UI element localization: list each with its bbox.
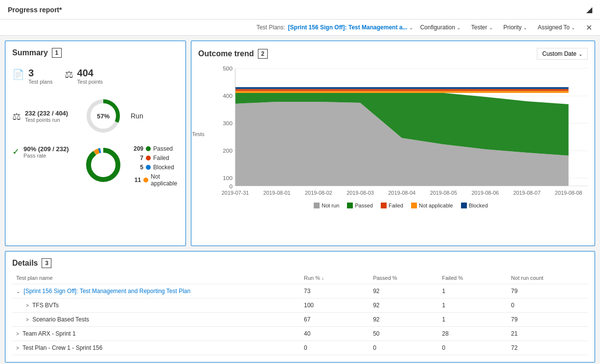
col-header-notrun: Not run count [507,272,588,284]
details-panel: Details 3 Test plan name Run % ↓ Passed … [5,251,595,363]
svg-text:500: 500 [223,66,232,71]
legend-chart-failed: Failed [381,203,403,208]
svg-text:2019-08-03: 2019-08-03 [346,190,374,196]
legend-not-run: Not run [314,203,339,208]
row-name-link[interactable]: [Sprint 156 Sign Off]: Test Management a… [23,288,190,295]
stats-row-3: ✓ 90% (209 / 232) Pass rate [12,145,179,187]
configuration-chevron: ⌄ [457,25,461,30]
col-header-failed: Failed % [438,272,507,284]
pass-rate-icon: ✓ [12,146,20,157]
details-table: Test plan name Run % ↓ Passed % Failed %… [12,272,588,355]
main-content: Summary 1 📄 3 Test plans ⚖ 404 Test poin… [0,36,600,364]
test-points-icon: ⚖ [65,68,73,80]
expand-icon[interactable]: ⌄ [16,289,20,294]
table-row: > Test Plan - Crew 1 - Sprint 156 0 0 0 … [12,341,588,355]
test-plans-count: 3 [28,68,53,79]
svg-text:100: 100 [223,175,232,181]
legend-na-count: 11 [133,177,141,183]
test-plans-icon: 📄 [12,68,24,80]
configuration-label: Configuration [420,24,455,31]
test-plans-filter[interactable]: [Sprint 156 Sign Off]: Test Management a… [288,24,414,31]
test-points-run-label: Test points run [25,117,68,123]
row-failed: 1 [438,284,507,298]
svg-text:0: 0 [230,183,233,189]
failed-area [235,89,569,91]
configuration-filter[interactable]: Configuration ⌄ [416,23,464,32]
priority-label: Priority [504,24,522,31]
test-plans-value: [Sprint 156 Sign Off]: Test Management a… [288,24,408,31]
legend-chart-blocked: Blocked [461,203,488,208]
row-run: 73 [300,284,369,298]
priority-filter[interactable]: Priority ⌄ [500,23,531,32]
custom-date-button[interactable]: Custom Date ⌄ [537,48,588,60]
test-points-run-stat: ⚖ 232 (232 / 404) Test points run [12,110,76,123]
svg-text:2019-08-06: 2019-08-06 [472,190,499,196]
svg-text:2019-08-05: 2019-08-05 [430,190,457,196]
custom-date-label: Custom Date [542,50,577,57]
stats-row-2: ⚖ 232 (232 / 404) Test points run 57% Ru… [12,96,179,136]
tester-label: Tester [471,24,487,31]
filter-close-button[interactable]: ✕ [586,23,592,32]
expand-icon[interactable]: > [26,303,29,308]
app-header: Progress report* ◢ [0,0,600,20]
stats-row-1: 📄 3 Test plans ⚖ 404 Test points [12,68,179,85]
not-applicable-area [235,91,569,93]
filter-icon[interactable]: ◢ [586,5,592,14]
pass-donut [84,145,123,184]
col-header-run[interactable]: Run % ↓ [300,272,369,284]
svg-text:2019-08-07: 2019-08-07 [513,190,541,196]
assigned-to-filter[interactable]: Assigned To ⌄ [534,23,579,32]
tester-filter[interactable]: Tester ⌄ [467,23,497,32]
test-plans-stat: 📄 3 Test plans [12,68,53,85]
run-donut-label: 57% [97,113,110,120]
details-title: Details [12,259,38,268]
outcome-title: Outcome trend [198,49,254,58]
row-name: > TFS BVTs [12,298,300,313]
pass-rate-stat: ✓ 90% (209 / 232) Pass rate [12,145,76,159]
legend-failed-dot [146,156,151,160]
svg-point-5 [89,150,118,180]
details-number: 3 [42,258,51,268]
summary-header: Summary 1 [12,48,179,58]
filter-bar: Test Plans: [Sprint 156 Sign Off]: Test … [0,20,600,36]
legend-na-dot [143,178,148,182]
legend-chart-passed: Passed [347,203,373,208]
legend-blocked-label: Blocked [153,164,174,171]
svg-text:2019-08-01: 2019-08-01 [263,190,291,196]
legend-failed-label: Failed [153,155,169,161]
details-header: Details 3 [12,258,588,268]
assigned-to-chevron: ⌄ [571,25,575,30]
chart-legend: Not run Passed Failed Not applicable [214,203,588,208]
svg-text:2019-08-08: 2019-08-08 [555,190,582,196]
legend-failed-count: 7 [133,155,143,161]
svg-text:400: 400 [223,93,232,98]
row-name: ⌄ [Sprint 156 Sign Off]: Test Management… [12,284,300,298]
col-header-passed: Passed % [369,272,438,284]
priority-chevron: ⌄ [523,25,527,30]
test-points-run-icon: ⚖ [12,111,21,122]
row-name: > Scenario Based Tests [12,313,300,327]
row-name: > Test Plan - Crew 1 - Sprint 156 [12,341,300,355]
table-row: > Team ARX - Sprint 1 40 50 28 21 [12,327,588,341]
blocked-area [235,87,569,89]
svg-text:300: 300 [223,120,232,126]
svg-text:2019-08-04: 2019-08-04 [388,190,415,196]
legend-blocked: 5 Blocked [133,164,180,171]
table-row: ⌄ [Sprint 156 Sign Off]: Test Management… [12,284,588,298]
test-plans-filter-label: Test Plans: [256,24,285,31]
test-plans-chevron: ⌄ [409,25,413,30]
legend-passed: 209 Passed [133,145,180,152]
run-text: Run [131,112,143,120]
legend-passed-label: Passed [153,145,173,152]
row-notrun: 79 [507,284,588,298]
top-row: Summary 1 📄 3 Test plans ⚖ 404 Test poin… [5,41,595,246]
expand-icon[interactable]: > [16,345,19,351]
svg-text:2019-08-02: 2019-08-02 [305,190,332,196]
expand-icon[interactable]: > [26,317,29,322]
expand-icon[interactable]: > [16,331,19,337]
table-row: > Scenario Based Tests 67 92 1 79 [12,313,588,327]
summary-title: Summary [12,48,48,57]
svg-text:200: 200 [223,148,232,153]
sort-arrow: ↓ [322,275,324,281]
outcome-chart-svg: 500 400 300 200 100 0 [214,64,588,201]
